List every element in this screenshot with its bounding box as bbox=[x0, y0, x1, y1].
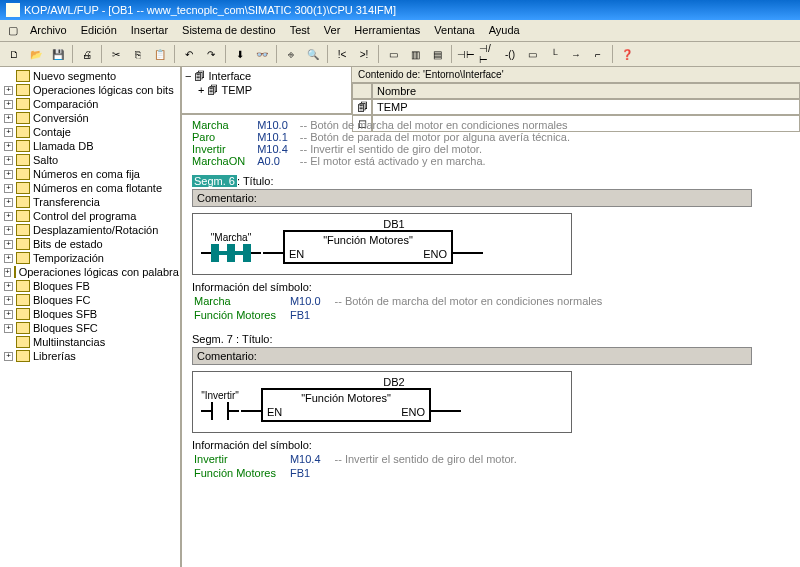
monitor-button[interactable]: 👓 bbox=[252, 44, 272, 64]
branch-close-button[interactable]: → bbox=[566, 44, 586, 64]
catalog-label: Comparación bbox=[33, 98, 98, 110]
catalog-item[interactable]: +Bloques FC bbox=[2, 293, 178, 307]
nav-next-button[interactable]: >! bbox=[354, 44, 374, 64]
expand-icon[interactable]: + bbox=[4, 142, 13, 151]
expand-icon[interactable]: + bbox=[4, 86, 13, 95]
cut-button[interactable]: ✂ bbox=[106, 44, 126, 64]
redo-button[interactable]: ↷ bbox=[201, 44, 221, 64]
comment-box[interactable]: Comentario: bbox=[192, 189, 752, 207]
expand-icon[interactable]: + bbox=[4, 240, 13, 249]
expand-icon[interactable]: + bbox=[4, 184, 13, 193]
catalog-item[interactable]: Nuevo segmento bbox=[2, 69, 178, 83]
interface-tree[interactable]: −🗐Interface +🗐TEMP bbox=[182, 67, 352, 113]
collapse-icon[interactable]: − bbox=[185, 70, 191, 82]
menu-ver[interactable]: Ver bbox=[318, 22, 347, 39]
port-en: EN bbox=[289, 248, 304, 260]
print-button[interactable]: 🖨 bbox=[77, 44, 97, 64]
catalog-item[interactable]: +Números en coma fija bbox=[2, 167, 178, 181]
folder-icon bbox=[16, 168, 30, 180]
catalog-item[interactable]: +Contaje bbox=[2, 125, 178, 139]
save-button[interactable]: 💾 bbox=[48, 44, 68, 64]
catalog-item[interactable]: +Bloques FB bbox=[2, 279, 178, 293]
network-rung[interactable]: DB2 "Invertir" "Función Motores" ENENO bbox=[192, 371, 572, 433]
new-button[interactable]: 🗋 bbox=[4, 44, 24, 64]
folder-icon bbox=[16, 252, 30, 264]
goto-button[interactable]: ⎆ bbox=[281, 44, 301, 64]
copy-button[interactable]: ⎘ bbox=[128, 44, 148, 64]
find-button[interactable]: 🔍 bbox=[303, 44, 323, 64]
element-catalog[interactable]: Nuevo segmento+Operaciones lógicas con b… bbox=[0, 67, 182, 567]
branch-open-button[interactable]: └ bbox=[544, 44, 564, 64]
catalog-item[interactable]: +Temporización bbox=[2, 251, 178, 265]
coil-button[interactable]: -() bbox=[500, 44, 520, 64]
catalog-item[interactable]: +Números en coma flotante bbox=[2, 181, 178, 195]
download-button[interactable]: ⬇ bbox=[230, 44, 250, 64]
nav-prev-button[interactable]: !< bbox=[332, 44, 352, 64]
menu-ayuda[interactable]: Ayuda bbox=[483, 22, 526, 39]
paste-button[interactable]: 📋 bbox=[150, 44, 170, 64]
network-rung[interactable]: DB1 "Marcha" "Función Motores" ENENO bbox=[192, 213, 572, 275]
connection-button[interactable]: ⌐ bbox=[588, 44, 608, 64]
expand-icon[interactable]: + bbox=[4, 156, 13, 165]
catalog-item[interactable]: +Bloques SFB bbox=[2, 307, 178, 321]
catalog-item[interactable]: +Operaciones lógicas con palabra bbox=[2, 265, 178, 279]
catalog-item[interactable]: +Operaciones lógicas con bits bbox=[2, 83, 178, 97]
catalog-item[interactable]: +Conversión bbox=[2, 111, 178, 125]
expand-icon[interactable]: + bbox=[4, 268, 11, 277]
view3-button[interactable]: ▤ bbox=[427, 44, 447, 64]
fb-call-box[interactable]: "Función Motores" ENENO bbox=[283, 230, 453, 264]
view1-button[interactable]: ▭ bbox=[383, 44, 403, 64]
expand-icon[interactable]: + bbox=[198, 84, 204, 96]
view2-button[interactable]: ▥ bbox=[405, 44, 425, 64]
menu-test[interactable]: Test bbox=[284, 22, 316, 39]
help-button[interactable]: ❓ bbox=[617, 44, 637, 64]
catalog-item[interactable]: +Transferencia bbox=[2, 195, 178, 209]
catalog-item[interactable]: +Librerías bbox=[2, 349, 178, 363]
fb-call-box[interactable]: "Función Motores" ENENO bbox=[261, 388, 431, 422]
contact-nc-button[interactable]: ⊣/⊢ bbox=[478, 44, 498, 64]
menu-herramientas[interactable]: Herramientas bbox=[348, 22, 426, 39]
menu-ventana[interactable]: Ventana bbox=[428, 22, 480, 39]
sym-comment bbox=[335, 467, 529, 479]
catalog-item[interactable]: +Control del programa bbox=[2, 209, 178, 223]
expand-icon[interactable]: + bbox=[4, 310, 13, 319]
expand-icon[interactable]: + bbox=[4, 212, 13, 221]
sym-name: Función Motores bbox=[194, 309, 288, 321]
undo-button[interactable]: ↶ bbox=[179, 44, 199, 64]
expand-icon[interactable]: + bbox=[4, 170, 13, 179]
menu-archivo[interactable]: Archivo bbox=[24, 22, 73, 39]
variable-table: MarchaM10.0-- Botón de marcha del motor … bbox=[192, 119, 790, 167]
menu-sistema[interactable]: Sistema de destino bbox=[176, 22, 282, 39]
expand-icon[interactable]: + bbox=[4, 226, 13, 235]
box-button[interactable]: ▭ bbox=[522, 44, 542, 64]
expand-icon[interactable]: + bbox=[4, 128, 13, 137]
sym-comment bbox=[335, 309, 615, 321]
expand-icon[interactable]: + bbox=[4, 100, 13, 109]
symbol-info: Información del símbolo: MarchaM10.0-- B… bbox=[192, 281, 790, 323]
no-contact[interactable]: "Marcha" bbox=[201, 232, 261, 262]
no-contact[interactable]: "Invertir" bbox=[201, 390, 239, 420]
expand-icon[interactable]: + bbox=[4, 296, 13, 305]
ladder-editor[interactable]: MarchaM10.0-- Botón de marcha del motor … bbox=[182, 115, 800, 567]
menu-insertar[interactable]: Insertar bbox=[125, 22, 174, 39]
expand-icon[interactable]: + bbox=[4, 254, 13, 263]
row-name[interactable]: TEMP bbox=[372, 99, 800, 115]
expand-icon[interactable]: + bbox=[4, 324, 13, 333]
catalog-item[interactable]: Multiinstancias bbox=[2, 335, 178, 349]
catalog-item[interactable]: +Llamada DB bbox=[2, 139, 178, 153]
contact-no-button[interactable]: ⊣⊢ bbox=[456, 44, 476, 64]
catalog-item[interactable]: +Salto bbox=[2, 153, 178, 167]
catalog-item[interactable]: +Bits de estado bbox=[2, 237, 178, 251]
menu-edicion[interactable]: Edición bbox=[75, 22, 123, 39]
expand-icon[interactable]: + bbox=[4, 352, 13, 361]
catalog-item[interactable]: +Bloques SFC bbox=[2, 321, 178, 335]
window-control-icon[interactable]: ▢ bbox=[4, 22, 22, 39]
expand-icon[interactable]: + bbox=[4, 282, 13, 291]
catalog-item[interactable]: +Desplazamiento/Rotación bbox=[2, 223, 178, 237]
comment-box[interactable]: Comentario: bbox=[192, 347, 752, 365]
expand-icon[interactable]: + bbox=[4, 114, 13, 123]
expand-icon[interactable]: + bbox=[4, 198, 13, 207]
interface-panel: −🗐Interface +🗐TEMP Contenido de: 'Entorn… bbox=[182, 67, 800, 115]
open-button[interactable]: 📂 bbox=[26, 44, 46, 64]
catalog-item[interactable]: +Comparación bbox=[2, 97, 178, 111]
